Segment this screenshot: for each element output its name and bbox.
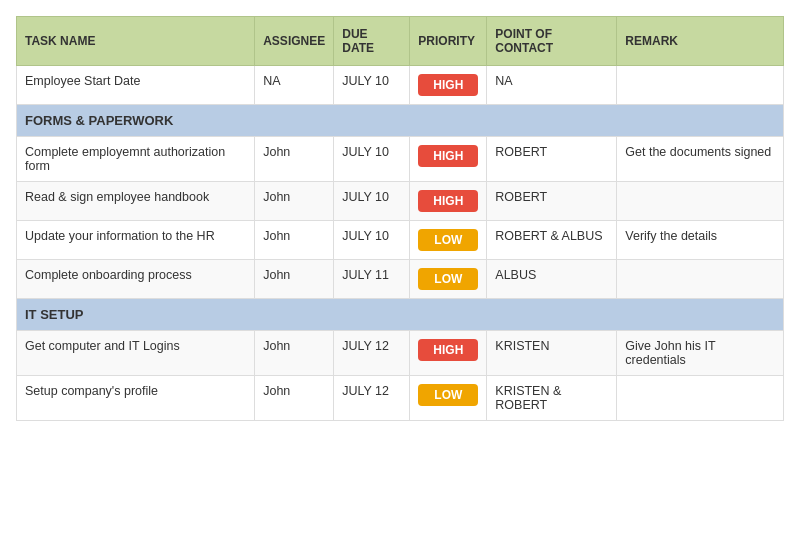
remark: Give John his IT credentials: [617, 331, 784, 376]
priority-badge: LOW: [418, 229, 478, 251]
table-row: Complete employemnt authorization formJo…: [17, 137, 784, 182]
priority-badge: LOW: [418, 268, 478, 290]
poc: ROBERT: [487, 137, 617, 182]
due-date: JULY 10: [334, 137, 410, 182]
due-date: JULY 12: [334, 376, 410, 421]
priority-cell: LOW: [410, 376, 487, 421]
due-date: JULY 11: [334, 260, 410, 299]
priority-badge: HIGH: [418, 190, 478, 212]
priority-badge: LOW: [418, 384, 478, 406]
assignee: John: [255, 260, 334, 299]
section-label: FORMS & PAPERWORK: [17, 105, 784, 137]
assignee: NA: [255, 66, 334, 105]
remark: Get the documents signed: [617, 137, 784, 182]
section-label: IT SETUP: [17, 299, 784, 331]
assignee: John: [255, 182, 334, 221]
task-table: TASK NAME ASSIGNEE DUE DATE PRIORITY POI…: [16, 16, 784, 421]
priority-badge: HIGH: [418, 339, 478, 361]
priority-cell: HIGH: [410, 137, 487, 182]
poc: KRISTEN: [487, 331, 617, 376]
header-assignee: ASSIGNEE: [255, 17, 334, 66]
priority-cell: HIGH: [410, 331, 487, 376]
task-name: Read & sign employee handbook: [17, 182, 255, 221]
due-date: JULY 12: [334, 331, 410, 376]
assignee: John: [255, 221, 334, 260]
task-name: Setup company's profile: [17, 376, 255, 421]
remark: Verify the details: [617, 221, 784, 260]
table-row: Update your information to the HRJohnJUL…: [17, 221, 784, 260]
task-name: Employee Start Date: [17, 66, 255, 105]
poc: NA: [487, 66, 617, 105]
table-header-row: TASK NAME ASSIGNEE DUE DATE PRIORITY POI…: [17, 17, 784, 66]
header-remark: REMARK: [617, 17, 784, 66]
header-poc: POINT OF CONTACT: [487, 17, 617, 66]
table-row: Get computer and IT LoginsJohnJULY 12HIG…: [17, 331, 784, 376]
table-row: Read & sign employee handbookJohnJULY 10…: [17, 182, 784, 221]
priority-cell: LOW: [410, 260, 487, 299]
task-name: Complete onboarding process: [17, 260, 255, 299]
poc: ROBERT & ALBUS: [487, 221, 617, 260]
remark: [617, 66, 784, 105]
due-date: JULY 10: [334, 182, 410, 221]
header-due-date: DUE DATE: [334, 17, 410, 66]
priority-cell: HIGH: [410, 66, 487, 105]
poc: KRISTEN & ROBERT: [487, 376, 617, 421]
table-row: Setup company's profileJohnJULY 12LOWKRI…: [17, 376, 784, 421]
task-name: Get computer and IT Logins: [17, 331, 255, 376]
due-date: JULY 10: [334, 66, 410, 105]
header-task-name: TASK NAME: [17, 17, 255, 66]
task-name: Update your information to the HR: [17, 221, 255, 260]
task-name: Complete employemnt authorization form: [17, 137, 255, 182]
section-row: FORMS & PAPERWORK: [17, 105, 784, 137]
remark: [617, 260, 784, 299]
assignee: John: [255, 331, 334, 376]
table-row: Employee Start DateNAJULY 10HIGHNA: [17, 66, 784, 105]
priority-badge: HIGH: [418, 145, 478, 167]
section-row: IT SETUP: [17, 299, 784, 331]
assignee: John: [255, 137, 334, 182]
priority-badge: HIGH: [418, 74, 478, 96]
table-row: Complete onboarding processJohnJULY 11LO…: [17, 260, 784, 299]
priority-cell: HIGH: [410, 182, 487, 221]
due-date: JULY 10: [334, 221, 410, 260]
remark: [617, 376, 784, 421]
priority-cell: LOW: [410, 221, 487, 260]
header-priority: PRIORITY: [410, 17, 487, 66]
assignee: John: [255, 376, 334, 421]
poc: ROBERT: [487, 182, 617, 221]
remark: [617, 182, 784, 221]
poc: ALBUS: [487, 260, 617, 299]
